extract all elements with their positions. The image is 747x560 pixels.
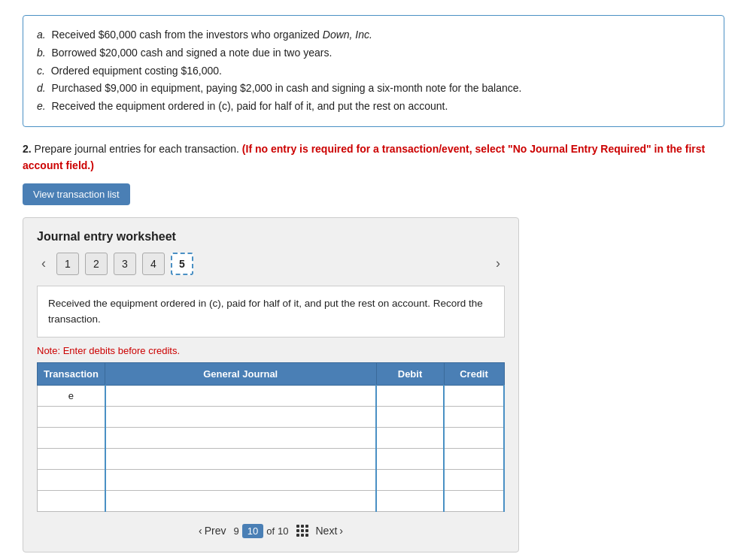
transaction-label-empty-6 <box>38 490 105 511</box>
credit-input-4[interactable] <box>444 448 504 469</box>
question-text: 2. Prepare journal entries for each tran… <box>23 141 724 174</box>
credit-input-6[interactable] <box>444 490 504 511</box>
transaction-label-empty-4 <box>38 448 105 469</box>
transaction-b: b. Borrowed $20,000 cash and signed a no… <box>37 44 710 62</box>
credit-input-1[interactable] <box>444 385 504 406</box>
table-row <box>38 490 505 511</box>
journal-input-1[interactable] <box>105 385 377 406</box>
journal-field-5[interactable] <box>106 470 376 490</box>
note-text: Note: Enter debits before credits. <box>37 345 505 356</box>
journal-field-4[interactable] <box>106 449 376 469</box>
journal-field-6[interactable] <box>106 491 376 511</box>
current-page-number: 10 <box>242 524 263 538</box>
table-row <box>38 427 505 448</box>
col-transaction: Transaction <box>38 362 105 385</box>
prev-page-number: 9 <box>233 525 238 537</box>
credit-field-5[interactable] <box>445 470 503 490</box>
journal-input-4[interactable] <box>105 448 377 469</box>
total-pages: 10 <box>278 525 288 537</box>
col-general-journal: General Journal <box>105 362 377 385</box>
table-row <box>38 448 505 469</box>
debit-input-5[interactable] <box>376 469 444 490</box>
transaction-e: e. Received the equipment ordered in (c)… <box>37 98 710 116</box>
transaction-c: c. Ordered equipment costing $16,000. <box>37 62 710 80</box>
tab-2[interactable]: 2 <box>85 253 108 275</box>
tab-prev-arrow[interactable]: ‹ <box>37 254 50 273</box>
description-box: Received the equipment ordered in (c), p… <box>37 286 505 338</box>
journal-field-1[interactable] <box>106 386 376 406</box>
credit-field-3[interactable] <box>445 428 503 448</box>
table-row <box>38 406 505 427</box>
pagination-bar: ‹ Prev 9 10 of 10 Next › <box>37 524 505 538</box>
credit-field-6[interactable] <box>445 491 503 511</box>
journal-table: Transaction General Journal Debit Credit… <box>37 362 505 512</box>
debit-input-1[interactable] <box>376 385 444 406</box>
journal-input-3[interactable] <box>105 427 377 448</box>
next-button[interactable]: Next › <box>316 525 343 537</box>
grid-icon <box>296 525 308 537</box>
debit-field-5[interactable] <box>377 470 443 490</box>
tab-4[interactable]: 4 <box>142 253 165 275</box>
prev-button[interactable]: ‹ Prev <box>199 525 226 537</box>
tab-3[interactable]: 3 <box>114 253 136 275</box>
debit-field-1[interactable] <box>377 386 443 406</box>
transaction-label-e: e <box>38 385 105 406</box>
debit-input-6[interactable] <box>376 490 444 511</box>
transactions-box: a. Received $60,000 cash from the invest… <box>23 15 724 127</box>
journal-field-2[interactable] <box>106 407 376 427</box>
tab-1[interactable]: 1 <box>56 253 79 275</box>
tab-navigation: ‹ 1 2 3 4 5 › <box>37 253 505 275</box>
credit-input-5[interactable] <box>444 469 504 490</box>
debit-field-3[interactable] <box>377 428 443 448</box>
table-row: e <box>38 385 505 406</box>
view-transaction-list-button[interactable]: View transaction list <box>23 183 130 205</box>
tab-5[interactable]: 5 <box>171 253 193 275</box>
transaction-label-empty-2 <box>38 406 105 427</box>
credit-field-4[interactable] <box>445 449 503 469</box>
worksheet-title: Journal entry worksheet <box>37 230 505 244</box>
credit-field-1[interactable] <box>445 386 503 406</box>
transaction-label-empty-3 <box>38 427 105 448</box>
journal-input-2[interactable] <box>105 406 377 427</box>
journal-input-5[interactable] <box>105 469 377 490</box>
credit-input-2[interactable] <box>444 406 504 427</box>
debit-field-2[interactable] <box>377 407 443 427</box>
transaction-d: d. Purchased $9,000 in equipment, paying… <box>37 80 710 98</box>
page-number-box: 9 10 of 10 <box>233 524 288 538</box>
debit-input-4[interactable] <box>376 448 444 469</box>
debit-input-2[interactable] <box>376 406 444 427</box>
credit-input-3[interactable] <box>444 427 504 448</box>
transaction-label-empty-5 <box>38 469 105 490</box>
col-debit: Debit <box>376 362 444 385</box>
col-credit: Credit <box>444 362 504 385</box>
debit-field-6[interactable] <box>377 491 443 511</box>
worksheet-container: Journal entry worksheet ‹ 1 2 3 4 5 › Re… <box>23 217 519 552</box>
of-label: of <box>266 525 275 537</box>
journal-input-6[interactable] <box>105 490 377 511</box>
debit-input-3[interactable] <box>376 427 444 448</box>
debit-field-4[interactable] <box>377 449 443 469</box>
tab-next-arrow[interactable]: › <box>491 254 505 273</box>
credit-field-2[interactable] <box>445 407 503 427</box>
transaction-a: a. Received $60,000 cash from the invest… <box>37 26 710 44</box>
journal-field-3[interactable] <box>106 428 376 448</box>
table-row <box>38 469 505 490</box>
